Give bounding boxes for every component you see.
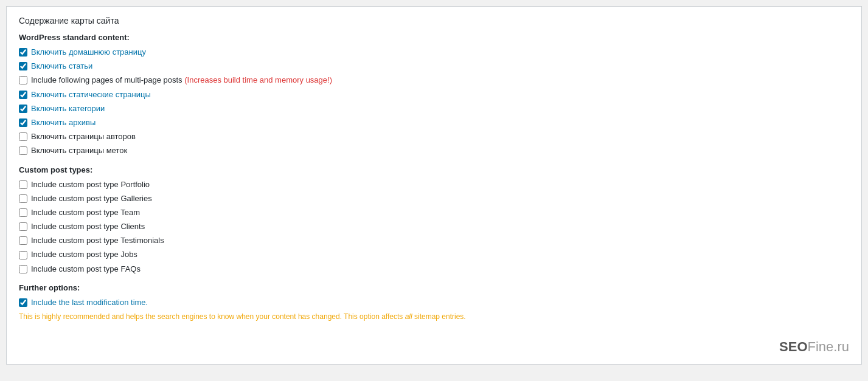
- cb-authors-checkbox[interactable]: [19, 132, 27, 141]
- cb-categories-checkbox[interactable]: [19, 105, 27, 113]
- cpt-faqs-checkbox[interactable]: [19, 265, 27, 273]
- list-item: Include custom post type Portfolio: [19, 179, 849, 190]
- list-item: Include custom post type Clients: [19, 221, 849, 232]
- list-item: Включить страницы меток: [19, 145, 849, 156]
- cpt-team-checkbox[interactable]: [19, 208, 27, 217]
- list-item: Включить категории: [19, 103, 849, 114]
- list-item: Include custom post type FAQs: [19, 264, 849, 275]
- cpt-faqs-label[interactable]: Include custom post type FAQs: [31, 264, 141, 275]
- cpt-galleries-checkbox[interactable]: [19, 194, 27, 203]
- cpt-galleries-label[interactable]: Include custom post type Galleries: [31, 193, 152, 204]
- list-item: Включить домашнюю страницу: [19, 47, 849, 58]
- cb-lastmod-checkbox[interactable]: [19, 298, 27, 307]
- cb-archives-checkbox[interactable]: [19, 118, 27, 127]
- list-item: Include custom post type Team: [19, 207, 849, 218]
- cpt-portfolio-checkbox[interactable]: [19, 180, 27, 189]
- list-item: Include custom post type Galleries: [19, 193, 849, 204]
- cb-static-checkbox[interactable]: [19, 91, 27, 99]
- brand-logo: SEOFine.ru: [779, 339, 849, 355]
- cb-posts-checkbox[interactable]: [19, 62, 27, 70]
- cpt-testimonials-label[interactable]: Include custom post type Testimonials: [31, 235, 164, 246]
- cpt-portfolio-label[interactable]: Include custom post type Portfolio: [31, 179, 150, 190]
- cb-tags-label[interactable]: Включить страницы меток: [31, 145, 127, 156]
- cpt-jobs-label[interactable]: Include custom post type Jobs: [31, 249, 137, 260]
- cb-posts-label[interactable]: Включить статьи: [31, 61, 92, 72]
- wp-standard-section: WordPress standard content: Включить дом…: [19, 33, 849, 157]
- cb-archives-label[interactable]: Включить архивы: [31, 117, 95, 128]
- settings-card: Содержание карты сайта WordPress standar…: [6, 6, 862, 365]
- cpt-testimonials-checkbox[interactable]: [19, 236, 27, 245]
- list-item: Включить статьи: [19, 61, 849, 72]
- list-item: Включить страницы авторов: [19, 131, 849, 142]
- cpt-section: Custom post types: Include custom post t…: [19, 165, 849, 275]
- list-item: Include custom post type Testimonials: [19, 235, 849, 246]
- cpt-clients-label[interactable]: Include custom post type Clients: [31, 221, 145, 232]
- cpt-jobs-checkbox[interactable]: [19, 251, 27, 259]
- cpt-team-label[interactable]: Include custom post type Team: [31, 207, 140, 218]
- wp-standard-label: WordPress standard content:: [19, 33, 849, 42]
- cb-multipages-label[interactable]: Include following pages of multi-page po…: [31, 75, 332, 86]
- cb-static-label[interactable]: Включить статические страницы: [31, 89, 151, 100]
- list-item: Include custom post type Jobs: [19, 249, 849, 260]
- brand-seo: SEO: [779, 339, 807, 354]
- page-wrapper: Содержание карты сайта WordPress standar…: [0, 0, 868, 371]
- list-item: Включить архивы: [19, 117, 849, 128]
- cb-categories-label[interactable]: Включить категории: [31, 103, 105, 114]
- warning-text: (Increases build time and memory usage!): [184, 75, 332, 84]
- cpt-label: Custom post types:: [19, 165, 849, 174]
- cb-lastmod-label[interactable]: Include the last modification time.: [31, 297, 148, 308]
- list-item: Include the last modification time.: [19, 297, 849, 308]
- cb-home-checkbox[interactable]: [19, 48, 27, 57]
- list-item: Включить статические страницы: [19, 89, 849, 100]
- brand-rest: Fine.ru: [808, 339, 849, 354]
- further-note: This is highly recommended and helps the…: [19, 311, 849, 322]
- list-item: Include following pages of multi-page po…: [19, 75, 849, 86]
- further-options-section: Further options: Include the last modifi…: [19, 283, 849, 322]
- further-options-label: Further options:: [19, 283, 849, 292]
- cb-authors-label[interactable]: Включить страницы авторов: [31, 131, 136, 142]
- cb-home-label[interactable]: Включить домашнюю страницу: [31, 47, 146, 58]
- page-title: Содержание карты сайта: [19, 16, 849, 26]
- cb-multipages-checkbox[interactable]: [19, 76, 27, 84]
- cpt-clients-checkbox[interactable]: [19, 222, 27, 231]
- cb-tags-checkbox[interactable]: [19, 146, 27, 155]
